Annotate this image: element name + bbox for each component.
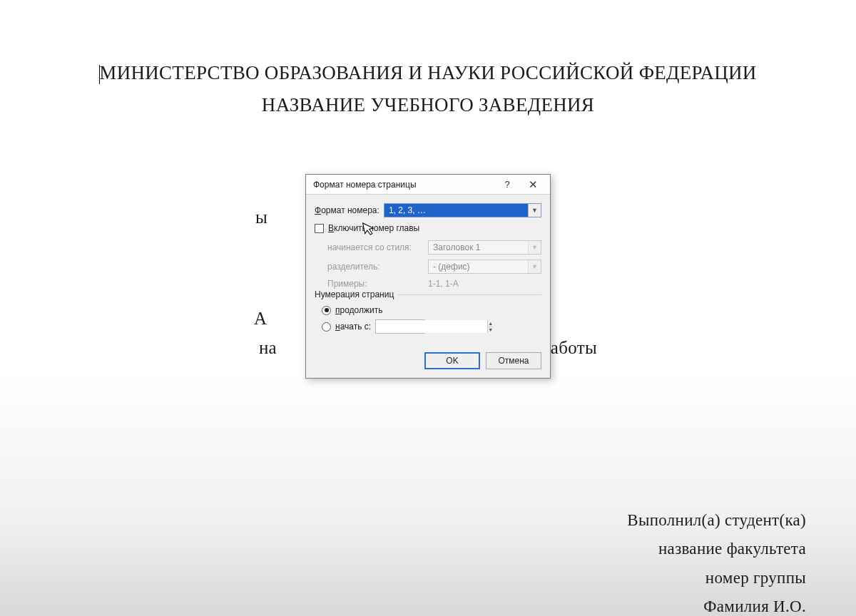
- examples-label: Примеры:: [327, 279, 424, 289]
- dialog-body: Формат номера: 1, 2, 3, … ▼ Включить ном…: [306, 195, 550, 345]
- include-chapter-checkbox[interactable]: [315, 224, 324, 233]
- dialog-footer: OK Отмена: [306, 345, 550, 378]
- chapter-options: начинается со стиля: Заголовок 1 ▼ разде…: [327, 240, 541, 289]
- start-at-spinner[interactable]: ▲ ▼: [375, 319, 425, 334]
- doc-line-work-prefix: на: [259, 333, 277, 362]
- separator-value: - (дефис): [432, 262, 528, 272]
- help-button[interactable]: ?: [494, 177, 520, 192]
- radio-continue-row: продолжить: [322, 305, 541, 315]
- page-numbering-legend: Нумерация страниц: [315, 289, 398, 299]
- number-format-label: Формат номера:: [315, 205, 379, 215]
- include-chapter-label: Включить номер главы: [328, 223, 419, 233]
- help-icon: ?: [504, 179, 509, 190]
- doc-author-l3: номер группы: [627, 564, 806, 592]
- close-button[interactable]: ✕: [520, 177, 546, 192]
- chevron-down-icon: ▼: [528, 260, 541, 273]
- doc-author-block: Выполнил(а) студент(ка) название факульт…: [627, 506, 806, 616]
- dialog-titlebar[interactable]: Формат номера страницы ? ✕: [306, 175, 550, 195]
- start-at-input[interactable]: [376, 320, 487, 333]
- examples-value: 1-1, 1-A: [428, 279, 524, 289]
- page-number-format-dialog: Формат номера страницы ? ✕ Формат номера…: [305, 174, 551, 379]
- chevron-down-icon[interactable]: ▼: [528, 204, 541, 217]
- doc-heading-1-text: МИНИСТЕРСТВО ОБРАЗОВАНИЯ И НАУКИ РОССИЙС…: [99, 62, 756, 83]
- radio-start-label: начать с:: [335, 322, 371, 332]
- doc-author-l4: Фамилия И.О.: [627, 592, 806, 616]
- dialog-title: Формат номера страницы: [313, 180, 494, 190]
- chevron-down-icon: ▼: [528, 241, 541, 254]
- doc-heading-2: НАЗВАНИЕ УЧЕБНОГО ЗАВЕДЕНИЯ: [0, 89, 856, 121]
- radio-start-row: начать с: ▲ ▼: [322, 319, 541, 334]
- radio-continue[interactable]: [322, 306, 331, 315]
- doc-heading-1: МИНИСТЕРСТВО ОБРАЗОВАНИЯ И НАУКИ РОССИЙС…: [0, 57, 856, 89]
- spinner-up-icon[interactable]: ▲: [488, 320, 493, 327]
- include-chapter-row: Включить номер главы: [315, 223, 541, 233]
- radio-continue-label: продолжить: [335, 305, 382, 315]
- number-format-value: 1, 2, 3, …: [387, 205, 528, 215]
- starts-with-style-label: начинается со стиля:: [327, 242, 424, 252]
- spinner-buttons: ▲ ▼: [487, 320, 493, 333]
- close-icon: ✕: [529, 178, 538, 191]
- page-numbering-fieldset: Нумерация страниц продолжить начать с: ▲…: [315, 294, 541, 334]
- number-format-row: Формат номера: 1, 2, 3, … ▼: [315, 203, 541, 217]
- separator-label: разделитель:: [327, 262, 424, 272]
- ok-button[interactable]: OK: [424, 352, 480, 369]
- starts-with-style-combo: Заголовок 1 ▼: [428, 240, 541, 255]
- number-format-combo[interactable]: 1, 2, 3, … ▼: [384, 203, 541, 217]
- spinner-down-icon[interactable]: ▼: [488, 327, 493, 334]
- radio-start-at[interactable]: [322, 322, 331, 332]
- cancel-button[interactable]: Отмена: [486, 352, 541, 369]
- starts-with-style-value: Заголовок 1: [432, 242, 528, 252]
- doc-author-l2: название факультета: [627, 535, 806, 563]
- doc-author-l1: Выполнил(а) студент(ка): [627, 506, 806, 535]
- separator-combo: - (дефис) ▼: [428, 260, 541, 274]
